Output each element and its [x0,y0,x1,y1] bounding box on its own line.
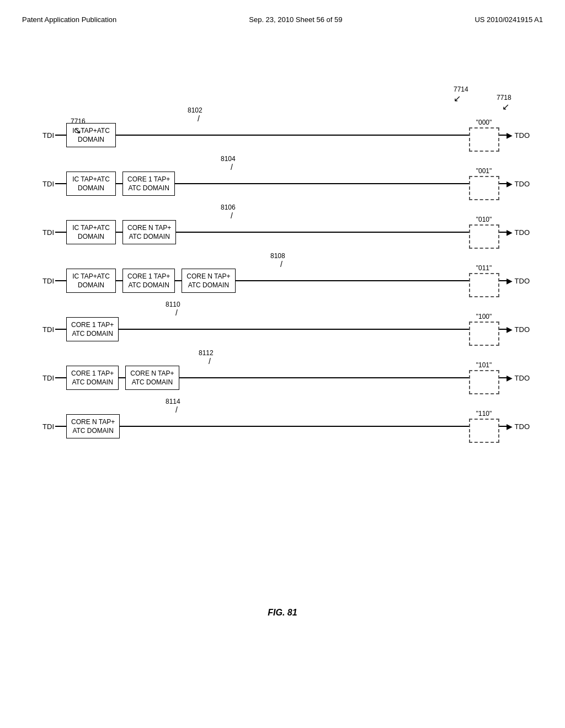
dashed-box-row4 [469,273,499,297]
tdo-label-row4: TDO [515,277,530,285]
bit-code-row2: "001" [469,167,499,175]
dashed-wrapper-row2: "001" [469,167,499,200]
header-left: Patent Application Publication [22,15,116,24]
bit-code-row5: "100" [469,313,499,320]
arrow-line-right-row1 [499,135,507,136]
row-ref-row5: 8110 [166,301,180,308]
diagram-row-row5: 8110/TDICORE 1 TAP+ ATC DOMAIN"100"▶TDO [33,313,530,346]
arrowhead-row1: ▶ [507,131,513,140]
dashed-wrapper-row1: "000" [469,119,499,152]
connector-row2-1 [116,183,122,184]
domain-box-row4-1: CORE 1 TAP+ ATC DOMAIN [122,269,175,293]
arrow-left-row1 [55,135,66,136]
connector-row3-1 [116,232,122,233]
connector-row4-2 [175,280,182,281]
dashed-box-row1 [469,127,499,152]
row-ref-row2: 8104 [221,155,236,163]
arrowhead-row6: ▶ [507,373,513,382]
slash-indicator-row1: / [198,114,200,123]
domain-box-row3-0: IC TAP+ATC DOMAIN [66,220,116,244]
slash-indicator-row7: / [175,405,178,414]
dashed-wrapper-row5: "100" [469,313,499,346]
spacer-line-row3 [176,232,468,233]
tdo-label-row3: TDO [515,228,530,237]
page-header: Patent Application Publication Sep. 23, … [0,0,565,24]
dashed-box-row2 [469,176,499,200]
connector-row6-1 [119,377,125,378]
spacer-line-row5 [119,329,468,330]
tdo-label-row7: TDO [515,422,530,431]
tdo-label-row1: TDO [515,131,530,140]
spacer-line-row2 [175,183,468,184]
arrowhead-row3: ▶ [507,228,513,237]
arrow-left-row2 [55,183,66,184]
arrow-left-row4 [55,280,66,281]
tdi-label-row1: TDI [33,131,54,140]
dashed-wrapper-row6: "101" [469,361,499,394]
arrow-line-right-row7 [499,426,507,427]
dashed-box-row6 [469,370,499,394]
tdi-label-row5: TDI [33,325,54,334]
slash-indicator-row2: / [231,163,233,172]
arrow-line-right-row4 [499,280,507,281]
arrow-right-section-row3: ▶TDO [499,228,530,237]
arrow-right-section-row5: ▶TDO [499,325,530,334]
bit-code-row7: "110" [469,410,499,417]
arrow-right-section-row2: ▶TDO [499,179,530,188]
bit-code-row3: "010" [469,216,499,223]
arrow-right-section-row7: ▶TDO [499,422,530,431]
dashed-box-row3 [469,224,499,249]
bit-code-row6: "101" [469,361,499,369]
arrow-line-right-row2 [499,183,507,184]
spacer-line-row1 [116,135,469,136]
domain-box-row5-0: CORE 1 TAP+ ATC DOMAIN [66,317,119,341]
domain-box-row1-0: IC TAP+ATC DOMAIN [66,123,116,147]
row-ref-row1: 8102 [188,106,202,114]
arrow-right-section-row1: ▶TDO [499,131,530,140]
arrow-line-right-row6 [499,377,507,378]
diagram-row-row7: 8114/TDICORE N TAP+ ATC DOMAIN"110"▶TDO [33,410,530,443]
domain-box-row7-0: CORE N TAP+ ATC DOMAIN [66,414,120,438]
arrow-left-row6 [55,377,66,378]
arrowhead-row2: ▶ [507,179,513,188]
connector-row4-1 [116,280,122,281]
diagram-row-row6: 8112/TDICORE 1 TAP+ ATC DOMAINCORE N TAP… [33,361,530,394]
diagram-row-row2: 8104/TDIIC TAP+ATC DOMAINCORE 1 TAP+ ATC… [33,167,530,200]
slash-indicator-row3: / [231,211,233,220]
row-ref-row4: 8108 [270,252,285,260]
dashed-wrapper-row7: "110" [469,410,499,443]
tdo-label-row5: TDO [515,325,530,334]
domain-box-row2-1: CORE 1 TAP+ ATC DOMAIN [122,172,175,196]
spacer-line-row6 [179,377,469,378]
diagram-row-row4: 8108/TDIIC TAP+ATC DOMAINCORE 1 TAP+ ATC… [33,264,530,297]
arrowhead-row4: ▶ [507,276,513,285]
slash-indicator-row4: / [280,260,282,269]
bit-code-row1: "000" [469,119,499,126]
arrow-left-row7 [55,426,66,427]
dashed-wrapper-row3: "010" [469,216,499,249]
tdo-label-row6: TDO [515,374,530,382]
arrow-line-right-row5 [499,329,507,330]
domain-box-row6-1: CORE N TAP+ ATC DOMAIN [125,366,179,390]
arrow-right-section-row6: ▶TDO [499,373,530,382]
dashed-box-row5 [469,322,499,346]
row-ref-row6: 8112 [199,349,214,357]
arrow-right-section-row4: ▶TDO [499,276,530,285]
diagram-row-row1: 8102/TDIIC TAP+ATC DOMAIN"000"▶TDO [33,119,530,152]
domain-box-row3-1: CORE N TAP+ ATC DOMAIN [122,220,176,244]
domain-box-row4-0: IC TAP+ATC DOMAIN [66,269,116,293]
tdi-label-row6: TDI [33,374,54,382]
arrowhead-row7: ▶ [507,422,513,431]
domain-box-row2-0: IC TAP+ATC DOMAIN [66,172,116,196]
spacer-line-row4 [236,280,469,281]
slash-indicator-row6: / [209,357,211,366]
slash-indicator-row5: / [175,308,178,317]
diagram-row-row3: 8106/TDIIC TAP+ATC DOMAINCORE N TAP+ ATC… [33,216,530,249]
arrow-line-right-row3 [499,232,507,233]
tdo-label-row2: TDO [515,180,530,188]
bit-code-row4: "011" [469,264,499,272]
tdi-label-row2: TDI [33,180,54,188]
row-ref-row3: 8106 [221,204,236,211]
tdi-label-row7: TDI [33,422,54,431]
dashed-box-row7 [469,419,499,443]
